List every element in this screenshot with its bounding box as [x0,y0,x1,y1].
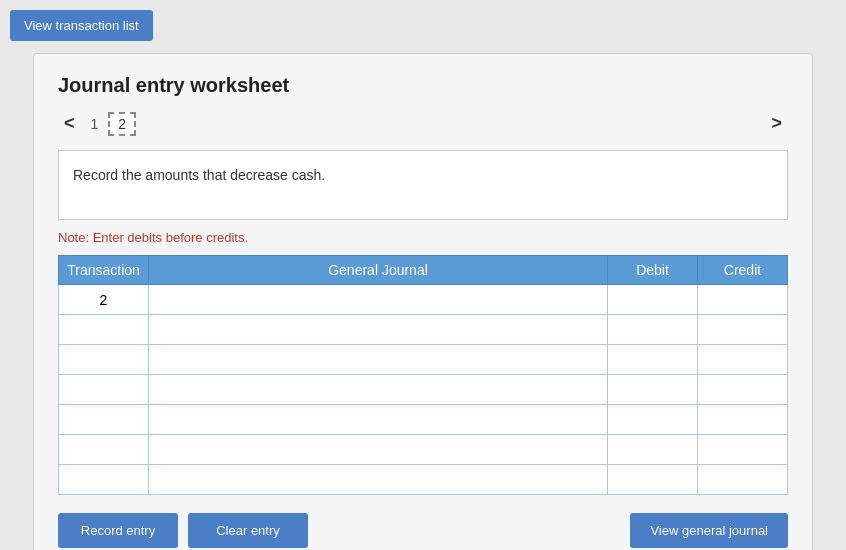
journal-input-3[interactable] [149,375,607,404]
table-row-transaction-5 [59,435,149,465]
view-transaction-button[interactable]: View transaction list [10,10,153,41]
table-row-transaction-3 [59,375,149,405]
table-row-debit-5[interactable] [608,435,698,465]
table-row-transaction-6 [59,465,149,495]
debit-input-5[interactable] [608,435,697,464]
instruction-box: Record the amounts that decrease cash. [58,150,788,220]
worksheet-title: Journal entry worksheet [58,74,788,97]
table-row-journal-2[interactable] [149,345,608,375]
note-text: Note: Enter debits before credits. [58,230,788,245]
table-row-transaction-0: 2 [59,285,149,315]
table-row-debit-0[interactable] [608,285,698,315]
journal-input-1[interactable] [149,315,607,344]
table-row-journal-5[interactable] [149,435,608,465]
prev-page-button[interactable]: < [58,111,81,136]
table-row-debit-6[interactable] [608,465,698,495]
col-header-debit: Debit [608,256,698,285]
journal-table: Transaction General Journal Debit Credit… [58,255,788,495]
button-row: Record entry Clear entry View general jo… [58,513,788,548]
debit-input-3[interactable] [608,375,697,404]
page-2-label-active[interactable]: 2 [108,112,136,136]
journal-input-4[interactable] [149,405,607,434]
journal-input-0[interactable] [149,285,607,314]
debit-input-1[interactable] [608,315,697,344]
table-row-journal-4[interactable] [149,405,608,435]
table-row-credit-4[interactable] [698,405,788,435]
table-row-debit-3[interactable] [608,375,698,405]
table-row-debit-2[interactable] [608,345,698,375]
table-row-credit-2[interactable] [698,345,788,375]
table-row-debit-4[interactable] [608,405,698,435]
table-row-journal-3[interactable] [149,375,608,405]
debit-input-6[interactable] [608,465,697,494]
table-row-credit-5[interactable] [698,435,788,465]
col-header-credit: Credit [698,256,788,285]
view-general-journal-button[interactable]: View general journal [630,513,788,548]
debit-input-4[interactable] [608,405,697,434]
table-row-transaction-2 [59,345,149,375]
table-row-journal-6[interactable] [149,465,608,495]
table-row-credit-3[interactable] [698,375,788,405]
page-1-label: 1 [91,116,99,132]
col-header-general-journal: General Journal [149,256,608,285]
record-entry-button[interactable]: Record entry [58,513,178,548]
nav-left: < 1 2 [58,111,136,136]
debit-input-2[interactable] [608,345,697,374]
table-row-credit-1[interactable] [698,315,788,345]
instruction-text: Record the amounts that decrease cash. [73,167,325,183]
table-row-journal-1[interactable] [149,315,608,345]
nav-row: < 1 2 > [58,111,788,136]
credit-input-2[interactable] [698,345,787,374]
credit-input-5[interactable] [698,435,787,464]
credit-input-6[interactable] [698,465,787,494]
journal-input-6[interactable] [149,465,607,494]
table-row-transaction-1 [59,315,149,345]
debit-input-0[interactable] [608,285,697,314]
credit-input-0[interactable] [698,285,787,314]
journal-input-2[interactable] [149,345,607,374]
clear-entry-button[interactable]: Clear entry [188,513,308,548]
table-row-transaction-4 [59,405,149,435]
table-row-journal-0[interactable] [149,285,608,315]
col-header-transaction: Transaction [59,256,149,285]
top-bar: View transaction list [10,10,836,41]
worksheet-container: Journal entry worksheet < 1 2 > Record t… [33,53,813,550]
table-row-debit-1[interactable] [608,315,698,345]
table-row-credit-6[interactable] [698,465,788,495]
credit-input-3[interactable] [698,375,787,404]
journal-input-5[interactable] [149,435,607,464]
next-page-button[interactable]: > [765,111,788,136]
credit-input-4[interactable] [698,405,787,434]
table-row-credit-0[interactable] [698,285,788,315]
credit-input-1[interactable] [698,315,787,344]
